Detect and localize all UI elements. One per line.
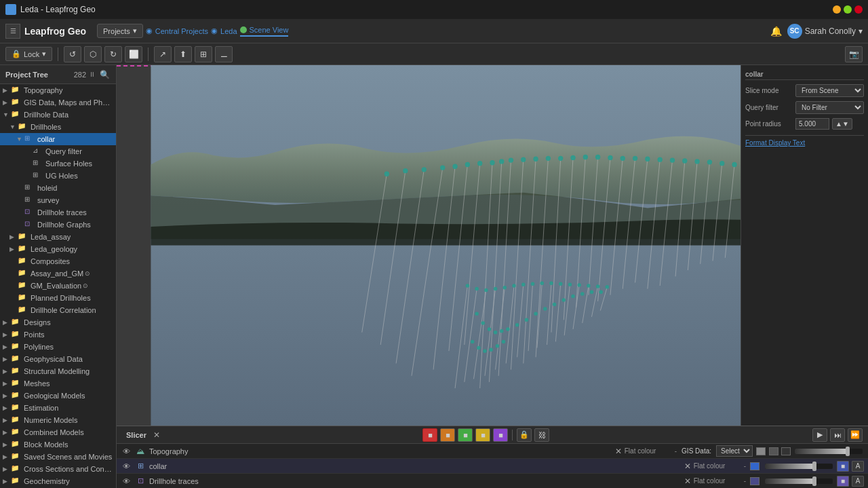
measure-tool-button[interactable]: ⚊ bbox=[215, 46, 233, 62]
color-orange-button[interactable]: ■ bbox=[440, 428, 455, 442]
tree-item-drillholes[interactable]: ▼ 📁 Drillholes bbox=[0, 121, 116, 133]
opacity-slider-dh-traces[interactable] bbox=[765, 478, 833, 484]
tree-item-query-filter[interactable]: ⊿ Query filter bbox=[0, 145, 116, 157]
screenshot-button[interactable]: 📷 bbox=[845, 46, 863, 62]
tree-item-topography[interactable]: ▶ 📁 Topography bbox=[0, 84, 116, 96]
scene-row-topography[interactable]: 👁 ⛰ Topography ✕ Flat colour - GIS Data:… bbox=[117, 444, 868, 459]
color-box-collar[interactable] bbox=[750, 462, 760, 470]
tree-item-drillhole-traces[interactable]: ⊡ Drillhole traces bbox=[0, 206, 116, 219]
action-btn-2-dh-traces[interactable]: A bbox=[852, 476, 864, 487]
tree-item-geological-models[interactable]: ▶ 📁 Geological Models bbox=[0, 390, 116, 402]
tree-item-surface-holes[interactable]: ⊞ Surface Holes bbox=[0, 157, 116, 170]
action-btn-2-collar[interactable]: A bbox=[852, 461, 864, 472]
tree-item-survey[interactable]: ⊞ survey bbox=[0, 194, 116, 206]
tree-item-composites[interactable]: 📁 Composites bbox=[0, 255, 116, 267]
close-topography[interactable]: ✕ bbox=[615, 447, 622, 456]
tree-item-drillhole-graphs[interactable]: ⊡ Drillhole Graphs bbox=[0, 219, 116, 231]
scene-row-collar[interactable]: 👁 ⊞ collar ✕ Flat colour - ■ A bbox=[117, 459, 868, 474]
minimize-button[interactable] bbox=[833, 5, 841, 14]
tree-item-dh-correlation[interactable]: 📁 Drillhole Correlation bbox=[0, 304, 116, 316]
vertical-tool-button[interactable]: ⬆ bbox=[174, 46, 192, 62]
color-box-3-topo[interactable] bbox=[781, 447, 791, 455]
rotate-tool-button[interactable]: ↺ bbox=[64, 46, 81, 62]
color-green-button[interactable]: ■ bbox=[458, 428, 473, 442]
eye-topography[interactable]: 👁 bbox=[121, 446, 132, 457]
slicer-close-button[interactable]: ✕ bbox=[153, 430, 160, 440]
user-info[interactable]: SC Sarah Conolly ▾ bbox=[787, 24, 863, 39]
tree-item-cross-sections[interactable]: ▶ 📁 Cross Sections and Contours bbox=[0, 463, 116, 475]
notification-bell-icon[interactable]: 🔔 bbox=[770, 26, 782, 37]
slice-mode-select[interactable]: From Scene None Front Back bbox=[795, 84, 864, 97]
tree-item-points[interactable]: ▶ 📁 Points bbox=[0, 329, 116, 341]
tree-item-geochemistry[interactable]: ▶ 📁 Geochemistry bbox=[0, 475, 116, 487]
opacity-slider-collar[interactable] bbox=[765, 464, 833, 469]
window-controls[interactable] bbox=[833, 5, 863, 14]
eye-dh-traces[interactable]: 👁 bbox=[121, 476, 132, 487]
chain-icon-btn[interactable]: ⛓ bbox=[534, 428, 549, 442]
lock-icon-btn[interactable]: 🔒 bbox=[517, 428, 532, 442]
play-button[interactable]: ▶ bbox=[812, 428, 827, 442]
dash-collar: - bbox=[744, 462, 746, 470]
query-filter-select[interactable]: No Filter Surface Holes UG Holes bbox=[795, 101, 864, 114]
refresh-button[interactable]: ↻ bbox=[104, 46, 122, 62]
opacity-handle-dh-traces[interactable] bbox=[812, 476, 816, 486]
gis-select[interactable]: Select bbox=[716, 445, 753, 457]
tree-item-meshes[interactable]: ▶ 📁 Meshes bbox=[0, 377, 116, 390]
tree-item-leda-assay[interactable]: ▶ 📁 Leda_assay bbox=[0, 231, 116, 243]
tree-item-saved-scenes[interactable]: ▶ 📁 Saved Scenes and Movies bbox=[0, 451, 116, 463]
tree-item-numeric-models[interactable]: ▶ 📁 Numeric Models bbox=[0, 414, 116, 426]
close-button[interactable] bbox=[854, 5, 863, 14]
sidebar-search-button[interactable]: 🔍 bbox=[98, 69, 111, 81]
color-box-2-topo[interactable] bbox=[769, 447, 778, 455]
tree-item-planned-dh[interactable]: 📁 Planned Drillholes bbox=[0, 292, 116, 304]
color-box-1-topo[interactable] bbox=[756, 447, 766, 455]
pause-icon[interactable]: ⏸ bbox=[89, 71, 96, 78]
tree-arrow-leda-assay: ▶ bbox=[9, 233, 18, 240]
tree-item-gm-evaluation[interactable]: 📁 GM_Evaluation ⊙ bbox=[0, 280, 116, 292]
action-btn-1-collar[interactable]: ■ bbox=[837, 461, 849, 472]
tree-item-holeid[interactable]: ⊞ holeid bbox=[0, 182, 116, 194]
select-tool-button[interactable]: ⬡ bbox=[84, 46, 102, 62]
tree-item-polylines[interactable]: ▶ 📁 Polylines bbox=[0, 341, 116, 353]
projects-button[interactable]: Projects ▾ bbox=[97, 24, 143, 38]
fast-forward-button[interactable]: ⏩ bbox=[848, 428, 863, 442]
lock-button[interactable]: 🔒 Lock ▾ bbox=[5, 47, 52, 61]
tree-label-saved: Saved Scenes and Movies bbox=[24, 453, 112, 461]
color-box-dh-traces[interactable] bbox=[750, 477, 760, 485]
maximize-button[interactable] bbox=[844, 5, 852, 14]
point-radius-input[interactable] bbox=[795, 118, 829, 130]
tree-item-ug-holes[interactable]: ⊞ UG Holes bbox=[0, 170, 116, 182]
tree-item-collar[interactable]: ▼ ⊞ collar bbox=[0, 133, 116, 145]
viewport[interactable]: Plunge +12 Azimuth 120 0 100 200 300 N bbox=[117, 65, 868, 488]
eye-collar[interactable]: 👁 bbox=[121, 461, 132, 472]
leda-tab[interactable]: ◉ Leda bbox=[211, 26, 237, 35]
color-yellow-button[interactable]: ■ bbox=[475, 428, 490, 442]
tree-item-drillhole-data[interactable]: ▼ 📁 Drillhole Data bbox=[0, 109, 116, 121]
tree-item-combined-models[interactable]: ▶ 📁 Combined Models bbox=[0, 426, 116, 438]
color-red-button[interactable]: ■ bbox=[422, 428, 437, 442]
opacity-handle-collar[interactable] bbox=[812, 462, 816, 471]
tree-item-estimation[interactable]: ▶ 📁 Estimation bbox=[0, 402, 116, 414]
central-tab[interactable]: ◉ Central Projects bbox=[146, 26, 208, 35]
close-dh-traces[interactable]: ✕ bbox=[684, 476, 691, 486]
action-btn-1-dh-traces[interactable]: ■ bbox=[837, 476, 849, 487]
plane-tool-button[interactable]: ⊞ bbox=[195, 46, 212, 62]
format-display-link[interactable]: Format Display Text bbox=[745, 139, 805, 147]
tree-item-geophysical-data[interactable]: ▶ 📁 Geophysical Data bbox=[0, 353, 116, 365]
scene-row-dh-traces[interactable]: 👁 ⊡ Drillhole traces ✕ Flat colour - ■ A bbox=[117, 474, 868, 488]
tree-item-block-models[interactable]: ▶ 📁 Block Models bbox=[0, 438, 116, 451]
tree-item-gis[interactable]: ▶ 📁 GIS Data, Maps and Photos bbox=[0, 96, 116, 109]
tree-item-structural[interactable]: ▶ 📁 Structural Modelling bbox=[0, 365, 116, 377]
opacity-handle-topo[interactable] bbox=[846, 447, 850, 456]
tree-item-leda-geology[interactable]: ▶ 📁 Leda_geology bbox=[0, 243, 116, 255]
opacity-slider-topo[interactable] bbox=[795, 449, 863, 454]
tree-item-assay-gm[interactable]: 📁 Assay_and_GM ⊙ bbox=[0, 267, 116, 280]
step-forward-button[interactable]: ⏭ bbox=[830, 428, 845, 442]
tree-item-designs[interactable]: ▶ 📁 Designs bbox=[0, 316, 116, 329]
scene-view-tab[interactable]: Scene View bbox=[240, 26, 289, 37]
arrow-tool-button[interactable]: ↗ bbox=[154, 46, 172, 62]
color-purple-button[interactable]: ■ bbox=[493, 428, 508, 442]
point-radius-stepper[interactable]: ▲▼ bbox=[832, 118, 852, 130]
cube-tool-button[interactable]: ⬜ bbox=[125, 46, 142, 62]
close-collar[interactable]: ✕ bbox=[684, 462, 691, 471]
